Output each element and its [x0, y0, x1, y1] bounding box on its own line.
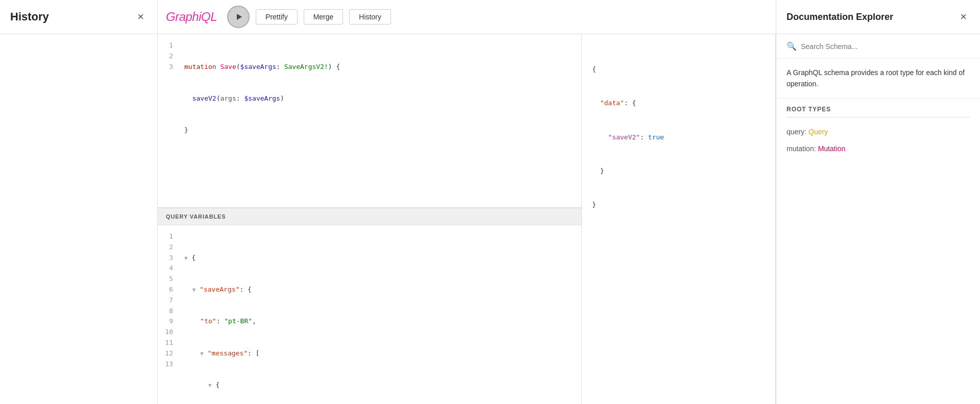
- logo-ql: QL: [201, 10, 217, 23]
- history-close-button[interactable]: ×: [134, 10, 147, 23]
- graphiql-main: GraphiQL Prettify Merge History 1 2 3 mu…: [158, 0, 776, 404]
- var-line-2: ▼ "saveArgs": {: [184, 284, 575, 295]
- result-line-5: }: [592, 199, 767, 210]
- result-line-4: }: [592, 165, 767, 177]
- doc-explorer-title: Documentation Explorer: [787, 12, 893, 22]
- prettify-button[interactable]: Prettify: [256, 9, 298, 25]
- doc-query-label: query:: [787, 128, 806, 136]
- result-line-1: {: [592, 64, 767, 75]
- left-pane: 1 2 3 mutation Save($saveArgs: SaveArgsV…: [158, 34, 582, 404]
- result-line-3: "saveV2": true: [592, 132, 767, 143]
- query-variables-header: QUERY VARIABLES: [158, 208, 581, 225]
- doc-search-input[interactable]: [801, 42, 970, 51]
- history-panel: History ×: [0, 0, 158, 404]
- doc-mutation-type-link[interactable]: Mutation: [818, 145, 845, 153]
- doc-type-mutation: mutation: Mutation: [787, 140, 970, 157]
- query-code-content: mutation Save($saveArgs: SaveArgsV2!) { …: [178, 40, 581, 157]
- doc-explorer-description: A GraphQL schema provides a root type fo…: [776, 59, 980, 99]
- query-variables-section: QUERY VARIABLES 1 2 3 4 5 6 7 8: [158, 208, 581, 404]
- run-button[interactable]: [227, 6, 250, 28]
- keyword-mutation: mutation: [184, 63, 216, 70]
- doc-query-type-link[interactable]: Query: [808, 128, 828, 136]
- ln-3: 3: [165, 62, 173, 73]
- query-line-3: }: [184, 125, 575, 136]
- query-line-2: saveV2(args: $saveArgs): [184, 93, 575, 104]
- result-line-2: "data": {: [592, 98, 767, 109]
- var-line-3: "to": "pt-BR",: [184, 316, 575, 327]
- doc-type-query: query: Query: [787, 124, 970, 140]
- doc-root-types-label: ROOT TYPES: [776, 99, 980, 117]
- history-panel-title: History: [10, 10, 49, 23]
- result-block: { "data": { "saveV2": true } }: [582, 34, 775, 241]
- doc-explorer-close-button[interactable]: ×: [957, 10, 970, 23]
- variables-editor[interactable]: 1 2 3 4 5 6 7 8 9 10 11 12 13: [158, 225, 581, 404]
- variables-line-numbers: 1 2 3 4 5 6 7 8 9 10 11 12 13: [158, 231, 178, 404]
- query-line-1: mutation Save($saveArgs: SaveArgsV2!) {: [184, 62, 575, 73]
- ln-1: 1: [165, 40, 173, 51]
- doc-explorer: Documentation Explorer × 🔍 A GraphQL sch…: [776, 0, 980, 404]
- doc-root-types: query: Query mutation: Mutation: [776, 117, 980, 163]
- svg-marker-0: [237, 14, 242, 20]
- search-icon: 🔍: [787, 41, 797, 51]
- logo-graph: Graph: [166, 10, 199, 23]
- variables-code-block: 1 2 3 4 5 6 7 8 9 10 11 12 13: [158, 225, 581, 404]
- var-line-4: ▼ "messages": [: [184, 348, 575, 359]
- merge-button[interactable]: Merge: [304, 9, 344, 25]
- var-line-5: ▼ {: [184, 380, 575, 391]
- history-button[interactable]: History: [349, 9, 391, 25]
- variables-code-content: ▼ { ▼ "saveArgs": { "to": "pt-BR", ▼ "me…: [178, 231, 581, 404]
- query-line-numbers: 1 2 3: [158, 40, 178, 157]
- query-variables-title: QUERY VARIABLES: [166, 213, 226, 220]
- play-icon: [235, 13, 243, 21]
- func-save: Save: [220, 63, 236, 70]
- query-editor[interactable]: 1 2 3 mutation Save($saveArgs: SaveArgsV…: [158, 34, 581, 208]
- var-line-1: ▼ {: [184, 253, 575, 264]
- query-code-block: 1 2 3 mutation Save($saveArgs: SaveArgsV…: [158, 34, 581, 163]
- result-pane: { "data": { "saveV2": true } }: [582, 34, 776, 404]
- graphiql-logo: GraphiQL: [166, 10, 217, 24]
- doc-explorer-header: Documentation Explorer ×: [776, 0, 980, 34]
- history-panel-header: History ×: [0, 0, 157, 34]
- topbar: GraphiQL Prettify Merge History: [158, 0, 776, 34]
- doc-search-bar: 🔍: [776, 34, 980, 59]
- ln-2: 2: [165, 51, 173, 62]
- doc-mutation-label: mutation:: [787, 145, 816, 153]
- editor-area: 1 2 3 mutation Save($saveArgs: SaveArgsV…: [158, 34, 776, 404]
